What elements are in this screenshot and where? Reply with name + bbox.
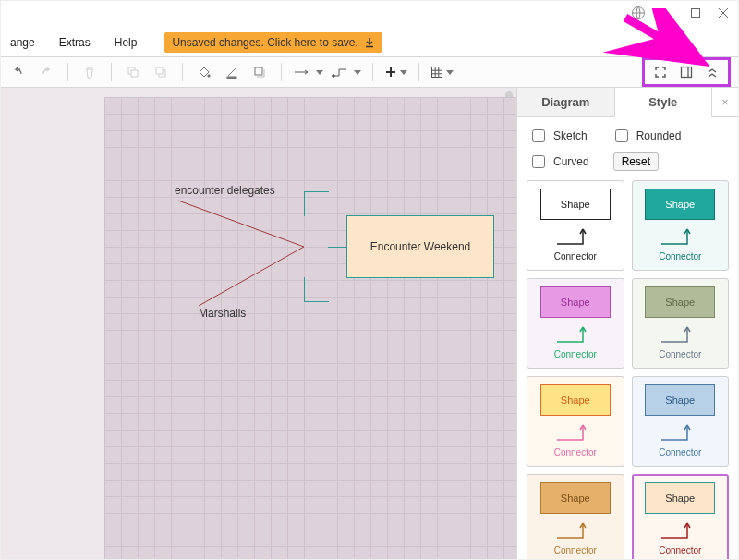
preset-connector-label: Connector — [554, 251, 597, 262]
preset-connector-label: Connector — [659, 545, 701, 555]
to-front-button[interactable] — [123, 62, 143, 82]
format-panel: Diagram Style × Sketch Rounded Curved Re… — [516, 88, 738, 559]
toolbar — [1, 56, 738, 88]
svg-rect-11 — [255, 67, 262, 75]
preset-shape: Shape — [645, 384, 715, 416]
unsaved-banner[interactable]: Unsaved changes. Click here to save. — [164, 32, 382, 53]
menu-arrange[interactable]: ange — [6, 34, 39, 51]
style-preset-7[interactable]: ShapeConnector — [632, 474, 730, 560]
style-preset-0[interactable]: ShapeConnector — [527, 180, 624, 271]
fill-color-button[interactable] — [194, 62, 214, 82]
tab-diagram[interactable]: Diagram — [517, 88, 615, 116]
style-preset-1[interactable]: ShapeConnector — [632, 180, 730, 271]
rounded-label: Rounded — [636, 129, 682, 142]
svg-rect-21 — [682, 67, 692, 78]
style-preset-6[interactable]: ShapeConnector — [527, 474, 624, 560]
tree-bracket[interactable] — [304, 191, 328, 302]
rounded-checkbox[interactable]: Rounded — [612, 127, 682, 145]
fullscreen-button[interactable] — [650, 62, 671, 82]
curved-checkbox[interactable]: Curved — [528, 152, 589, 171]
waypoint-style-dropdown[interactable] — [331, 67, 361, 78]
preset-shape: Shape — [540, 384, 611, 416]
edge-marshalls[interactable] — [199, 247, 304, 306]
preset-connector-icon — [645, 322, 715, 346]
svg-line-24 — [199, 247, 304, 306]
menu-extras[interactable]: Extras — [55, 34, 94, 51]
drawing-canvas[interactable]: encounter delegates Marshalls Encounter … — [104, 97, 516, 559]
preset-connector-icon — [540, 322, 611, 346]
style-options: Sketch Rounded Curved Reset — [517, 117, 738, 177]
format-panel-toggle[interactable] — [676, 62, 697, 82]
minimize-icon[interactable] — [662, 7, 673, 18]
download-icon — [364, 37, 375, 48]
shadow-button[interactable] — [249, 62, 270, 82]
preset-shape: Shape — [645, 286, 715, 318]
svg-rect-10 — [227, 77, 236, 79]
insert-dropdown[interactable] — [384, 66, 407, 79]
style-preset-5[interactable]: ShapeConnector — [632, 376, 730, 467]
maximize-icon[interactable] — [690, 7, 701, 18]
style-preset-4[interactable]: ShapeConnector — [527, 376, 624, 467]
canvas-area[interactable]: encounter delegates Marshalls Encounter … — [1, 88, 516, 559]
preset-shape: Shape — [645, 189, 715, 220]
curved-label: Curved — [553, 155, 589, 168]
delete-button[interactable] — [79, 62, 100, 82]
sketch-label: Sketch — [553, 129, 588, 142]
preset-connector-label: Connector — [554, 349, 597, 359]
preset-shape: Shape — [540, 286, 611, 318]
menubar: ange Extras Help Unsaved changes. Click … — [1, 29, 738, 56]
sketch-checkbox[interactable]: Sketch — [528, 127, 588, 145]
svg-rect-16 — [432, 67, 442, 78]
collapse-button[interactable] — [702, 62, 722, 82]
preset-shape: Shape — [540, 189, 611, 220]
window-controls — [631, 1, 738, 25]
svg-rect-2 — [692, 9, 700, 18]
preset-connector-label: Connector — [554, 545, 597, 555]
svg-line-23 — [178, 201, 304, 247]
preset-shape: Shape — [540, 482, 611, 514]
close-icon[interactable] — [718, 7, 729, 18]
line-color-button[interactable] — [222, 62, 242, 82]
svg-point-13 — [333, 75, 335, 78]
undo-button[interactable] — [8, 62, 29, 82]
menu-help[interactable]: Help — [111, 34, 141, 51]
node-encounter-weekend[interactable]: Encounter Weekend — [346, 215, 494, 278]
preset-shape: Shape — [645, 482, 715, 514]
node-encounter-delegates[interactable]: encounter delegates — [175, 184, 275, 197]
svg-rect-6 — [131, 70, 138, 77]
globe-icon[interactable] — [631, 6, 646, 20]
connection-style-dropdown[interactable] — [293, 67, 323, 78]
panel-close-button[interactable]: × — [712, 88, 738, 116]
preset-connector-icon — [540, 224, 611, 248]
edge-delegates[interactable] — [178, 201, 304, 247]
reset-button[interactable]: Reset — [613, 152, 659, 171]
preset-connector-icon — [645, 224, 715, 248]
preset-connector-icon — [645, 517, 715, 542]
preset-connector-label: Connector — [659, 349, 701, 359]
preset-connector-icon — [540, 517, 611, 542]
redo-button[interactable] — [36, 62, 56, 82]
style-preset-3[interactable]: ShapeConnector — [632, 278, 730, 369]
preset-connector-icon — [645, 420, 715, 444]
to-back-button[interactable] — [151, 62, 171, 82]
unsaved-banner-text: Unsaved changes. Click here to save. — [172, 36, 357, 49]
svg-point-9 — [208, 75, 210, 77]
style-preset-2[interactable]: ShapeConnector — [527, 278, 624, 369]
preset-connector-icon — [540, 420, 611, 444]
svg-rect-8 — [156, 67, 163, 74]
tab-style[interactable]: Style — [615, 88, 713, 117]
table-dropdown[interactable] — [430, 66, 454, 79]
style-presets-grid: ShapeConnectorShapeConnectorShapeConnect… — [517, 177, 738, 560]
view-tools-highlighted — [642, 57, 731, 87]
panel-tabs: Diagram Style × — [517, 88, 738, 117]
preset-connector-label: Connector — [659, 447, 701, 457]
preset-connector-label: Connector — [554, 447, 597, 457]
preset-connector-label: Connector — [659, 251, 701, 262]
